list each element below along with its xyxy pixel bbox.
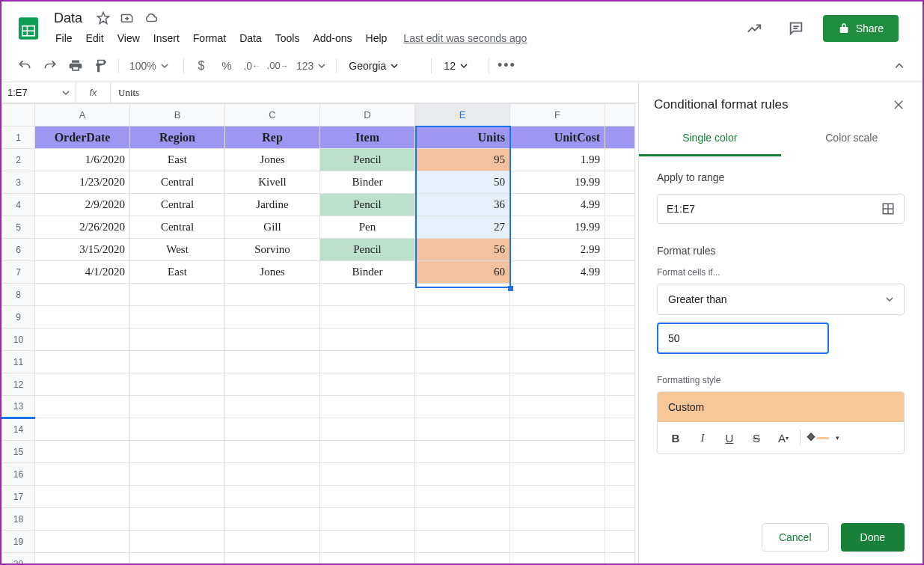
more-toolbar-button[interactable]: ••• [495, 55, 518, 77]
cell[interactable] [35, 553, 130, 564]
cell[interactable] [35, 508, 130, 531]
spreadsheet-grid[interactable]: A B C D E F 1 OrderDate Region Rep Item … [1, 103, 635, 564]
cell[interactable]: 1/23/2020 [35, 171, 130, 194]
row-header[interactable]: 2 [2, 149, 35, 171]
row-header[interactable]: 12 [2, 373, 35, 396]
document-title[interactable]: Data [49, 10, 87, 26]
zoom-select[interactable]: 100% [125, 60, 177, 72]
menu-insert[interactable]: Insert [147, 29, 186, 47]
col-header[interactable]: C [225, 104, 320, 126]
cell[interactable]: Pencil [320, 194, 415, 216]
row-header[interactable]: 1 [2, 126, 35, 149]
cell[interactable]: 4/1/2020 [35, 261, 130, 284]
close-icon[interactable] [890, 96, 908, 114]
cell[interactable]: Units [415, 126, 510, 149]
row-header[interactable]: 10 [2, 329, 35, 351]
italic-button[interactable]: I [691, 427, 715, 449]
row-header[interactable]: 7 [2, 261, 35, 284]
cell[interactable]: 4.99 [510, 194, 605, 216]
style-preview[interactable]: Custom [658, 392, 904, 422]
print-button[interactable] [64, 55, 87, 77]
cell[interactable] [35, 351, 130, 373]
cell[interactable]: Kivell [225, 171, 320, 194]
row-header[interactable]: 20 [2, 553, 35, 564]
decrease-decimal-button[interactable]: .0← [241, 55, 263, 77]
currency-button[interactable]: $ [190, 55, 212, 77]
cell[interactable] [35, 486, 130, 508]
row-header[interactable]: 4 [2, 194, 35, 216]
cell[interactable]: 4.99 [510, 261, 605, 284]
cancel-button[interactable]: Cancel [762, 523, 829, 552]
menu-data[interactable]: Data [233, 29, 268, 47]
cell[interactable]: Central [130, 171, 225, 194]
text-color-button[interactable]: A▾ [771, 427, 795, 449]
menu-help[interactable]: Help [360, 29, 394, 47]
row-header[interactable]: 16 [2, 463, 35, 486]
cell[interactable]: 60 [415, 261, 510, 284]
cell[interactable]: Pencil [320, 149, 415, 171]
cell[interactable]: 3/15/2020 [35, 239, 130, 261]
increase-decimal-button[interactable]: .00→ [266, 55, 289, 77]
undo-button[interactable] [13, 55, 36, 77]
col-header[interactable]: F [510, 104, 605, 126]
row-header[interactable]: 15 [2, 441, 35, 463]
select-all-corner[interactable] [2, 104, 35, 126]
cell[interactable]: 19.99 [510, 216, 605, 239]
col-header[interactable]: E [415, 104, 510, 126]
cell[interactable]: East [130, 149, 225, 171]
col-header[interactable] [605, 104, 635, 126]
menu-format[interactable]: Format [187, 29, 232, 47]
cell[interactable] [35, 418, 130, 441]
cell[interactable]: Binder [320, 171, 415, 194]
share-button[interactable]: Share [823, 15, 899, 42]
last-edit-text[interactable]: Last edit was seconds ago [403, 32, 527, 44]
menu-addons[interactable]: Add-ons [307, 29, 358, 47]
row-header[interactable]: 18 [2, 508, 35, 531]
tab-single-color[interactable]: Single color [639, 121, 781, 156]
cell[interactable]: 36 [415, 194, 510, 216]
cell[interactable]: Central [130, 216, 225, 239]
cell[interactable]: Central [130, 194, 225, 216]
number-format-select[interactable]: 123 [292, 60, 330, 72]
cell[interactable]: 2/26/2020 [35, 216, 130, 239]
cell[interactable] [35, 441, 130, 463]
col-header[interactable]: A [35, 104, 130, 126]
cell[interactable]: East [130, 261, 225, 284]
fill-color-button[interactable] [805, 427, 829, 449]
col-header[interactable]: D [320, 104, 415, 126]
cell[interactable]: 2.99 [510, 239, 605, 261]
cell[interactable] [605, 239, 635, 261]
cell[interactable] [605, 171, 635, 194]
formula-input[interactable]: Units [111, 87, 638, 99]
cell[interactable] [605, 261, 635, 284]
paint-format-button[interactable] [90, 55, 112, 77]
done-button[interactable]: Done [841, 523, 905, 552]
row-header[interactable]: 3 [2, 171, 35, 194]
font-size-select[interactable]: 12 [438, 60, 483, 72]
move-icon[interactable] [120, 10, 135, 25]
col-header[interactable]: B [130, 104, 225, 126]
name-box[interactable]: 1:E7 [1, 82, 76, 103]
redo-button[interactable] [39, 55, 61, 77]
selection-handle[interactable] [508, 286, 513, 291]
cell[interactable]: Region [130, 126, 225, 149]
menu-tools[interactable]: Tools [269, 29, 306, 47]
cell[interactable]: Binder [320, 261, 415, 284]
cloud-status-icon[interactable] [144, 10, 159, 25]
underline-button[interactable]: U [718, 427, 741, 449]
cell[interactable]: West [130, 239, 225, 261]
sheets-logo[interactable] [13, 13, 43, 43]
cell[interactable]: 1/6/2020 [35, 149, 130, 171]
star-icon[interactable] [96, 10, 111, 25]
cell[interactable]: Rep [225, 126, 320, 149]
menu-edit[interactable]: Edit [80, 29, 110, 47]
comments-icon[interactable] [781, 13, 811, 43]
cell[interactable]: Jones [225, 261, 320, 284]
fill-color-dropdown[interactable]: ▾ [832, 427, 842, 449]
cell[interactable]: Jones [225, 149, 320, 171]
cell[interactable] [35, 396, 130, 418]
cell[interactable] [605, 149, 635, 171]
cell[interactable]: 19.99 [510, 171, 605, 194]
cell[interactable]: 1.99 [510, 149, 605, 171]
row-header[interactable]: 13 [2, 396, 35, 418]
